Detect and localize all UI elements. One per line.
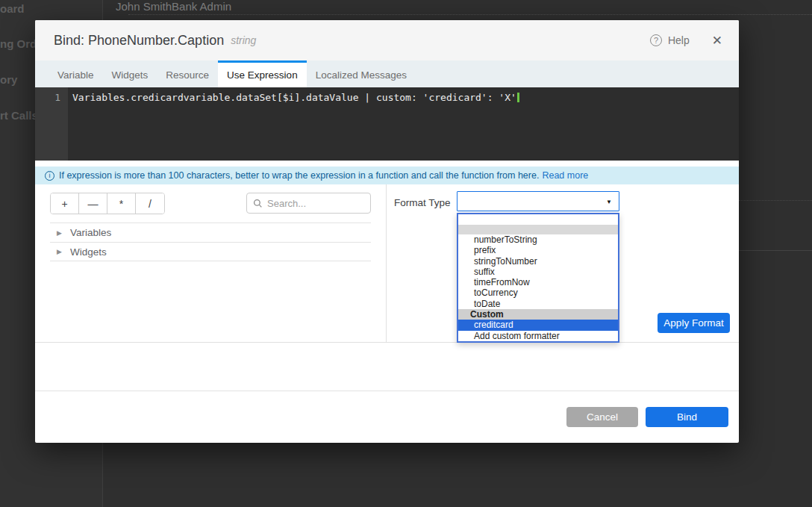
format-option[interactable]: suffix (458, 267, 618, 277)
read-more-link[interactable]: Read more (542, 170, 588, 181)
tab-resource[interactable]: Resource (157, 60, 218, 87)
property-type-label: string (231, 34, 256, 46)
dialog-title: Bind: PhoneNumber.Caption (54, 33, 224, 49)
search-icon (253, 199, 263, 208)
help-icon[interactable]: ? (650, 34, 662, 46)
format-type-dropdown: numberToString prefix stringToNumber suf… (457, 213, 619, 343)
expression-text: Variables.credicardvariable.dataSet[$i].… (72, 92, 516, 103)
editor-cursor (517, 93, 519, 102)
expression-code[interactable]: Variables.credicardvariable.dataSet[$i].… (72, 92, 519, 103)
format-option-group-custom: Custom (458, 309, 618, 320)
dropdown-arrow-icon: ▼ (606, 199, 612, 205)
background-user-text: John SmithBank Admin (116, 0, 231, 13)
format-option[interactable]: prefix (458, 245, 618, 255)
plus-operator-button[interactable]: + (51, 193, 79, 214)
background-divider (739, 200, 812, 201)
search-input[interactable] (267, 198, 364, 209)
format-option-add-custom-formatter[interactable]: Add custom formatter (458, 331, 618, 341)
info-banner: i If expression is more than 100 charact… (35, 167, 739, 184)
apply-format-button[interactable]: Apply Format (658, 313, 730, 333)
operator-button-group: + — * / (50, 193, 165, 214)
expression-tree: ▶ Variables ▶ Widgets (50, 223, 371, 261)
tree-item-variables[interactable]: ▶ Variables (50, 223, 371, 242)
format-option[interactable]: toCurrency (458, 287, 618, 298)
info-icon: i (45, 171, 54, 181)
divide-operator-button[interactable]: / (136, 193, 164, 214)
format-option[interactable]: timeFromNow (458, 277, 618, 287)
expression-editor[interactable]: 1 Variables.credicardvariable.dataSet[$i… (35, 87, 739, 161)
tab-variable[interactable]: Variable (49, 60, 103, 87)
close-icon[interactable]: ✕ (712, 34, 722, 47)
chevron-right-icon[interactable]: ▶ (57, 248, 62, 255)
format-type-select[interactable]: ▼ (457, 191, 619, 211)
sidebar-item-support-calls[interactable]: rt Calls (0, 109, 38, 122)
tab-localized-messages[interactable]: Localized Messages (307, 60, 416, 87)
screen: oard ng Order ory rt Calls John SmithBan… (0, 0, 812, 507)
sidebar-item-history[interactable]: ory (0, 73, 17, 86)
format-type-label: Format Type (394, 197, 451, 208)
format-option-blank-highlighted[interactable] (458, 225, 618, 234)
format-option[interactable]: toDate (458, 299, 618, 309)
minus-operator-button[interactable]: — (79, 193, 107, 214)
editor-line-number: 1 (35, 92, 60, 103)
sidebar-item-dashboard[interactable]: oard (0, 2, 25, 15)
tab-bar: Variable Widgets Resource Use Expression… (35, 60, 739, 87)
cancel-button[interactable]: Cancel (566, 407, 638, 427)
bind-button[interactable]: Bind (646, 407, 728, 427)
format-option-blank[interactable] (458, 214, 618, 225)
format-option[interactable]: numberToString (458, 234, 618, 245)
bind-dialog: Bind: PhoneNumber.Caption string ? Help … (35, 20, 739, 443)
format-option[interactable]: stringToNumber (458, 256, 618, 267)
info-banner-text: If expression is more than 100 character… (59, 170, 539, 181)
search-box[interactable] (246, 193, 371, 214)
footer-divider (35, 391, 739, 391)
format-option-creditcard-selected[interactable]: creditcard (458, 320, 618, 330)
background-divider (739, 250, 812, 251)
section-divider (35, 342, 739, 343)
multiply-operator-button[interactable]: * (107, 193, 136, 214)
tab-use-expression[interactable]: Use Expression (218, 60, 307, 87)
tree-item-label: Widgets (70, 246, 107, 258)
chevron-right-icon[interactable]: ▶ (57, 229, 62, 237)
tree-item-widgets[interactable]: ▶ Widgets (50, 242, 371, 261)
background-dotted-guide (128, 14, 812, 15)
panel-divider (386, 184, 387, 342)
tab-widgets[interactable]: Widgets (103, 60, 157, 87)
dialog-header: Bind: PhoneNumber.Caption string ? Help … (35, 20, 739, 60)
help-label[interactable]: Help (668, 34, 690, 46)
tree-item-label: Variables (70, 227, 111, 238)
